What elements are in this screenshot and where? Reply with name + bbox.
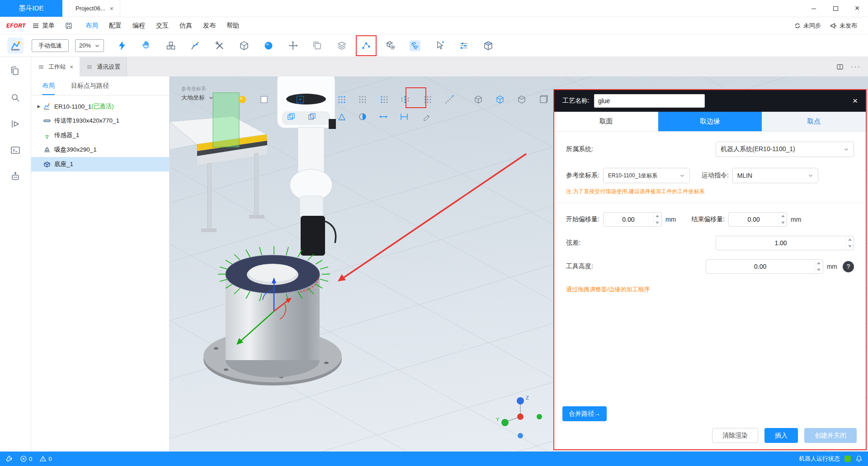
plane-select-icon[interactable] bbox=[259, 95, 269, 105]
tree-item-conveyor[interactable]: 传送带1930x420x770_1 bbox=[31, 114, 169, 128]
diagonal-points-icon[interactable] bbox=[444, 95, 454, 105]
stepper-arrows[interactable] bbox=[778, 213, 787, 226]
end-offset-input[interactable] bbox=[729, 213, 778, 226]
system-dropdown[interactable]: 机器人系统(ER10-1100_1) bbox=[716, 142, 854, 157]
app-logo-tab[interactable]: 墨斗IDE bbox=[0, 0, 62, 17]
power-icon[interactable] bbox=[117, 40, 127, 51]
stepper-arrows[interactable] bbox=[653, 213, 661, 226]
surface-layers-icon[interactable] bbox=[336, 40, 347, 51]
hand-jog-icon[interactable] bbox=[141, 40, 152, 51]
workpiece-3d[interactable] bbox=[218, 246, 330, 377]
view-cube-icon-2[interactable] bbox=[495, 95, 505, 105]
cube-group-icon[interactable] bbox=[410, 40, 420, 51]
sphere-icon[interactable] bbox=[263, 40, 274, 51]
sync-status[interactable]: 未同步 bbox=[794, 22, 821, 30]
tools-icon[interactable] bbox=[214, 40, 225, 51]
tab-pick-surface[interactable]: 取面 bbox=[554, 112, 658, 131]
minimize-button[interactable]: ─ bbox=[803, 0, 825, 17]
tool-height-input[interactable] bbox=[706, 260, 815, 273]
frame-select-icon[interactable] bbox=[295, 95, 305, 105]
subtab-targets-paths[interactable]: 目标点与路径 bbox=[71, 76, 109, 95]
cube-gear-icon[interactable] bbox=[385, 40, 396, 51]
view-cube-icon-4[interactable] bbox=[538, 95, 548, 105]
cube-outline-icon[interactable] bbox=[239, 40, 250, 51]
publish-status[interactable]: 未发布 bbox=[830, 22, 857, 30]
save-icon[interactable] bbox=[65, 22, 73, 30]
tree-item-robot[interactable]: ▶ ER10-1100_1 (已激活) bbox=[31, 99, 169, 114]
view-cube-icon-3[interactable] bbox=[517, 95, 527, 105]
files-icon[interactable] bbox=[10, 66, 21, 77]
expand-arrow-icon[interactable]: ▶ bbox=[35, 104, 43, 109]
menu-item-programming[interactable]: 编程 bbox=[127, 22, 151, 30]
project-tab[interactable]: Project06... × bbox=[69, 0, 120, 17]
menu-item-publish[interactable]: 发布 bbox=[198, 22, 221, 30]
ref-coord-dropdown[interactable]: ER10-1100_1坐标系 bbox=[603, 168, 690, 183]
menu-item-interaction[interactable]: 交互 bbox=[151, 22, 174, 30]
angle-measure-icon[interactable] bbox=[337, 112, 347, 122]
cube-view-a-icon[interactable] bbox=[286, 112, 296, 122]
tab-pick-point[interactable]: 取点 bbox=[762, 112, 866, 131]
menu-item-config[interactable]: 配置 bbox=[104, 22, 127, 30]
run-debug-icon[interactable] bbox=[10, 119, 21, 129]
start-offset-stepper[interactable] bbox=[603, 212, 662, 227]
close-button[interactable]: × bbox=[846, 0, 868, 17]
stepper-arrows[interactable] bbox=[845, 236, 854, 250]
measure-span-icon[interactable] bbox=[399, 112, 409, 122]
insert-button[interactable]: 插入 bbox=[764, 428, 798, 443]
yellow-sphere-icon[interactable] bbox=[237, 95, 247, 105]
path-points-icon[interactable] bbox=[361, 40, 372, 51]
tab-comm-settings[interactable]: 通讯设置 bbox=[80, 57, 127, 76]
stepper-arrows[interactable] bbox=[815, 260, 823, 273]
error-counter[interactable]: 0 bbox=[20, 455, 32, 462]
copy-object-icon[interactable] bbox=[312, 40, 323, 51]
clear-render-button[interactable]: 清除渲染 bbox=[712, 428, 758, 443]
world-coord-dropdown[interactable]: 大地坐标 bbox=[181, 94, 214, 102]
end-offset-stepper[interactable] bbox=[728, 212, 787, 227]
warning-counter[interactable]: 0 bbox=[39, 455, 52, 462]
tab-pick-edge[interactable]: 取边缘 bbox=[658, 112, 762, 131]
distance-arrows-icon[interactable] bbox=[378, 112, 388, 122]
merge-path-button[interactable]: 合并路径→ bbox=[562, 406, 607, 421]
search-icon[interactable] bbox=[10, 92, 21, 103]
process-name-input[interactable] bbox=[594, 94, 705, 108]
motion-cmd-dropdown[interactable]: MLIN bbox=[732, 168, 818, 183]
menu-item-layout[interactable]: 布局 bbox=[80, 22, 104, 30]
terminal-icon[interactable] bbox=[10, 145, 21, 156]
project-tab-close-icon[interactable]: × bbox=[110, 5, 113, 12]
tool-height-stepper[interactable] bbox=[706, 259, 823, 274]
menu-item-simulation[interactable]: 仿真 bbox=[174, 22, 198, 30]
edge-points-icon[interactable] bbox=[400, 95, 410, 105]
mode-dropdown[interactable]: 手动低速 bbox=[32, 39, 69, 52]
view-cube-icon-1[interactable] bbox=[473, 95, 483, 105]
robot-axis-icon[interactable] bbox=[190, 40, 201, 51]
tree-item-suction[interactable]: 吸盘390x290_1 bbox=[31, 143, 169, 157]
pointer-sparkle-icon[interactable] bbox=[434, 40, 445, 51]
tab-workstation[interactable]: 工作站 × bbox=[31, 57, 80, 76]
robot-icon[interactable] bbox=[10, 171, 21, 182]
point-grid-icon-2[interactable] bbox=[358, 95, 368, 105]
tree-item-base[interactable]: 底座_1 bbox=[31, 157, 169, 171]
move-axes-icon[interactable] bbox=[288, 40, 298, 51]
tab-workstation-close-icon[interactable]: × bbox=[70, 63, 73, 71]
model-library-icon[interactable] bbox=[165, 40, 176, 51]
more-icon[interactable]: ··· bbox=[851, 63, 861, 71]
subtab-layout[interactable]: 布局 bbox=[42, 76, 55, 95]
tree-item-sensor[interactable]: 传感器_1 bbox=[31, 128, 169, 143]
split-panel-icon[interactable] bbox=[836, 63, 844, 71]
chord-error-input[interactable] bbox=[716, 236, 845, 250]
point-grid-icon-3[interactable] bbox=[379, 95, 389, 105]
pencil-icon[interactable] bbox=[422, 112, 432, 122]
workcell-config-icon[interactable] bbox=[7, 38, 24, 54]
speed-dropdown[interactable]: 20% bbox=[75, 39, 104, 52]
cube-view-b-icon[interactable] bbox=[307, 112, 317, 122]
view-gizmo[interactable]: Z Y bbox=[496, 395, 542, 438]
start-offset-input[interactable] bbox=[604, 213, 653, 226]
create-close-button[interactable]: 创建并关闭 bbox=[804, 428, 857, 443]
half-sphere-icon[interactable] bbox=[358, 112, 368, 122]
main-menu-button[interactable]: 菜单 bbox=[32, 22, 55, 30]
point-grid-icon-1[interactable] bbox=[337, 95, 347, 105]
build-tools[interactable] bbox=[5, 455, 13, 462]
maximize-button[interactable] bbox=[825, 0, 846, 17]
help-icon[interactable]: ? bbox=[843, 261, 854, 272]
point-grid-icon-4[interactable] bbox=[423, 95, 433, 105]
